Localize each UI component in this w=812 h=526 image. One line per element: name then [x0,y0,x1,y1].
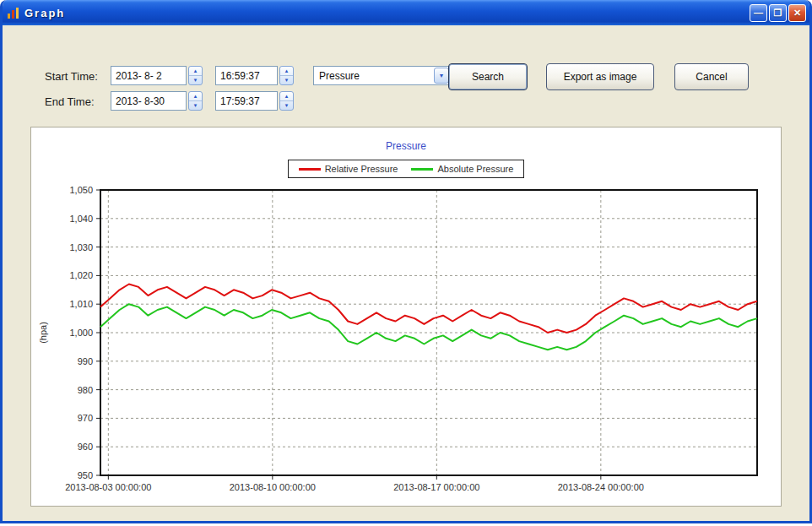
export-as-image-button[interactable]: Export as image [546,63,654,90]
y-axis-label: (hpa) [38,322,48,344]
spin-down-icon[interactable]: ▼ [189,101,202,110]
chart-panel: Pressure Relative Pressure Absolute Pres… [30,127,782,507]
series-line-relative-pressure [100,285,757,333]
x-tick-label: 2013-08-03 00:00:00 [65,482,151,492]
start-date-input[interactable] [111,66,187,85]
end-time-label: End Time: [45,95,95,108]
start-date-spinner: ▲ ▼ [111,66,203,85]
graph-window: Graph — ❐ ✕ Start Time: End Time: ▲ ▼ ▲ [0,0,812,523]
spin-down-icon[interactable]: ▼ [280,76,293,84]
measure-select-value: Pressure [314,70,434,82]
legend-item-absolute-pressure: Absolute Pressure [411,164,513,174]
chart-legend: Relative Pressure Absolute Pressure [288,160,525,178]
start-clock-input[interactable] [215,66,278,85]
chevron-down-icon[interactable]: ▼ [434,68,449,84]
y-tick-label: 1,000 [69,328,93,338]
y-tick-label: 1,020 [69,270,93,280]
search-button[interactable]: Search [448,63,528,90]
end-clock-updown: ▲ ▼ [279,91,294,111]
y-tick-label: 1,040 [69,214,93,224]
app-icon [6,6,20,20]
spin-up-icon[interactable]: ▲ [280,92,293,101]
spin-up-icon[interactable]: ▲ [189,67,202,76]
spin-up-icon[interactable]: ▲ [189,92,202,101]
start-time-label: Start Time: [45,70,98,83]
absolute-pressure-line-icon [411,168,433,171]
y-tick-label: 950 [78,470,93,480]
relative-pressure-line-icon [299,168,321,171]
start-clock-updown: ▲ ▼ [279,66,294,85]
start-clock-spinner: ▲ ▼ [215,66,294,85]
series-line-absolute-pressure [100,304,757,350]
x-tick-label: 2013-08-17 00:00:00 [393,482,479,492]
y-tick-label: 980 [78,385,93,395]
end-date-spinner: ▲ ▼ [111,91,203,111]
spin-down-icon[interactable]: ▼ [280,101,293,110]
titlebar[interactable]: Graph — ❐ ✕ [0,0,812,25]
legend-label: Relative Pressure [325,164,398,174]
client-area: Start Time: End Time: ▲ ▼ ▲ ▼ ▲ [3,25,809,521]
end-date-updown: ▲ ▼ [188,91,203,111]
end-date-input[interactable] [111,91,187,111]
y-tick-label: 960 [78,442,93,452]
end-clock-spinner: ▲ ▼ [215,91,294,111]
start-date-updown: ▲ ▼ [188,66,203,85]
y-tick-label: 970 [78,413,93,423]
legend-label: Absolute Pressure [437,164,513,174]
spin-up-icon[interactable]: ▲ [280,67,293,76]
y-tick-label: 1,010 [69,299,93,309]
y-tick-label: 990 [78,356,93,366]
y-tick-label: 1,030 [69,242,93,252]
toolbar: Start Time: End Time: ▲ ▼ ▲ ▼ ▲ [3,25,809,125]
y-tick-label: 1,050 [69,185,93,195]
pressure-line-chart: 9509609709809901,0001,0101,0201,0301,040… [33,183,779,497]
end-clock-input[interactable] [215,91,278,111]
window-title: Graph [24,7,750,19]
spin-down-icon[interactable]: ▼ [189,76,202,84]
maximize-icon[interactable]: ❐ [769,4,787,22]
chart-title: Pressure [31,140,781,152]
measure-select[interactable]: Pressure ▼ [313,66,451,85]
minimize-icon[interactable]: — [750,4,767,22]
cancel-button[interactable]: Cancel [674,63,749,90]
close-icon[interactable]: ✕ [788,4,806,22]
x-tick-label: 2013-08-24 00:00:00 [558,482,644,492]
window-controls: — ❐ ✕ [750,4,806,22]
legend-item-relative-pressure: Relative Pressure [299,164,398,174]
x-tick-label: 2013-08-10 00:00:00 [230,482,316,492]
